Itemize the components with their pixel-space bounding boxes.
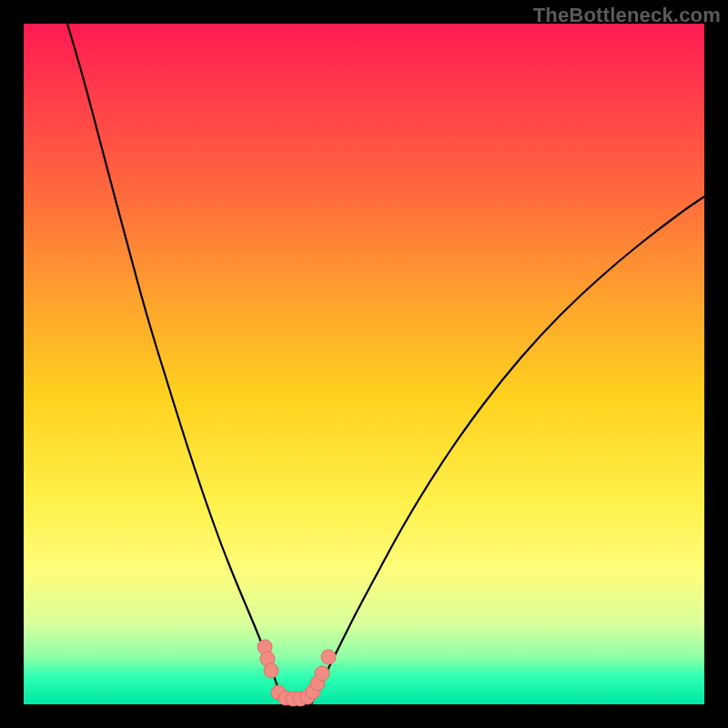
left-curve: [67, 24, 286, 704]
data-dot: [264, 663, 278, 678]
chart-frame: TheBottleneck.com: [0, 0, 728, 728]
data-dot: [321, 650, 336, 664]
watermark-text: TheBottleneck.com: [533, 4, 721, 27]
chart-overlay-svg: [24, 24, 704, 704]
data-dot: [315, 666, 329, 681]
right-curve: [311, 197, 704, 704]
bottom-dot-group: [258, 640, 336, 706]
